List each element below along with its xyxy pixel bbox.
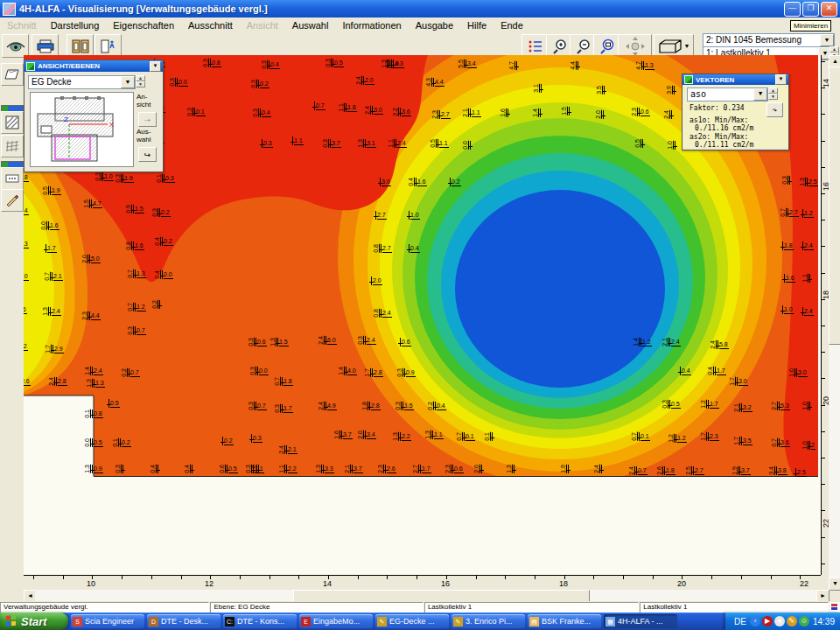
minimize-button[interactable]: —	[784, 2, 801, 17]
task-icon-enrico: ✎	[453, 617, 463, 626]
vector-value-label: 2.61.8	[656, 466, 676, 475]
clock[interactable]: 14:39	[813, 617, 835, 626]
vector-value-label: 0.2	[151, 300, 161, 309]
restore-button[interactable]: ❐	[802, 2, 819, 17]
task-egdecke[interactable]: ✎EG-Decke ...	[375, 614, 449, 628]
vektoren-panel-titlebar[interactable]: VEKTOREN ▼	[682, 74, 788, 85]
spinner-down-icon[interactable]: ▼	[768, 94, 778, 100]
sketch-button[interactable]	[1, 189, 24, 212]
pan-button[interactable]	[618, 34, 652, 58]
view-3d-dropdown[interactable]: ▼	[684, 43, 690, 49]
vector-value-label: 3.43.8	[768, 466, 788, 475]
vector-type-combo[interactable]: aso ▼	[687, 88, 768, 102]
zoom-window-button[interactable]	[593, 34, 620, 58]
menu-auswahl[interactable]: Auswahl	[285, 19, 336, 32]
print-button[interactable]	[32, 34, 59, 58]
ebene-spinner[interactable]: ▲ ▼	[136, 75, 145, 88]
task-icon-scia: S	[73, 617, 82, 626]
menu-ausschnitt[interactable]: Ausschnitt	[181, 19, 240, 32]
y-axis-tick	[822, 61, 825, 62]
vscroll-thumb[interactable]	[829, 66, 840, 345]
menu-ende[interactable]: Ende	[494, 19, 530, 32]
vector-value-label: 0.10.2	[112, 438, 131, 447]
brush-icon[interactable]: ✎	[787, 616, 797, 626]
exit-button[interactable]	[94, 34, 122, 58]
vector-value-label: 5.53.4	[458, 60, 477, 68]
vektoren-panel-collapse-icon[interactable]: ▼	[775, 74, 787, 85]
dimension-button[interactable]	[1, 167, 24, 190]
x-axis-tick	[387, 576, 388, 579]
hatch-fill-button[interactable]	[1, 111, 24, 134]
menu-bar: SchnittDarstellungEigenschaftenAusschnit…	[0, 18, 840, 33]
vector-type-combo-arrow[interactable]: ▼	[753, 88, 767, 101]
menu-hilfe[interactable]: Hilfe	[460, 19, 494, 32]
task-scia[interactable]: SScia Engineer	[71, 614, 144, 628]
vector-value-label: 1.02	[802, 441, 816, 450]
vektoren-panel[interactable]: VEKTOREN ▼ aso ▼ ▲ ▼ Faktor: 0.234 ↷ as1…	[682, 74, 789, 150]
spinner-up-icon[interactable]: ▲	[768, 88, 778, 94]
legend-list-button[interactable]	[522, 34, 549, 58]
task-eingabe[interactable]: EEingabeMo...	[299, 614, 373, 628]
start-button[interactable]: Start	[0, 612, 68, 630]
menu-ausgabe[interactable]: Ausgabe	[409, 19, 460, 32]
ansicht-ebenen-panel[interactable]: ANSICHT/EBENEN ▼ EG Decke ▼ ▲ ▼	[24, 60, 164, 172]
y-axis-tick	[822, 220, 825, 220]
menu-eigenschaften[interactable]: Eigenschaften	[106, 19, 181, 32]
vscroll-down-button[interactable]: ▼	[829, 578, 840, 591]
plan-thumbnail[interactable]: X Z	[30, 92, 134, 167]
messenger-icon[interactable]: ☺	[799, 616, 809, 626]
spinner-down-icon[interactable]: ▼	[136, 81, 145, 88]
ansicht-panel-collapse-icon[interactable]: ▼	[150, 61, 161, 72]
vector-value-label: 1.82.8	[361, 402, 381, 410]
bemessung-combo-arrow[interactable]: ▼	[820, 34, 834, 46]
ebene-combo-value: EG Decke	[32, 77, 72, 87]
ebene-combo[interactable]: EG Decke ▼	[28, 75, 136, 89]
task-bsk[interactable]: ▤BSK Franke...	[528, 614, 601, 628]
plane-3d-button[interactable]	[1, 63, 24, 86]
menu-darstellung[interactable]: Darstellung	[44, 19, 107, 32]
compare-windows-button[interactable]	[66, 34, 94, 58]
language-back-icon[interactable]: ‹	[750, 616, 760, 626]
vector-value-label: 0.0	[462, 141, 472, 150]
mesh-button[interactable]	[1, 135, 24, 158]
ebene-combo-arrow[interactable]: ▼	[121, 76, 135, 88]
x-axis	[24, 575, 821, 576]
vector-value-label: 2.03.4	[357, 430, 376, 439]
view-eye-button[interactable]	[2, 34, 29, 58]
x-axis-tick	[270, 576, 270, 579]
task-enrico[interactable]: ✎3. Enrico Pi...	[452, 614, 525, 628]
ansicht-apply-button[interactable]: ⇢	[138, 112, 157, 127]
spinner-up-icon[interactable]: ▲	[136, 75, 145, 81]
y-axis-tick	[822, 352, 825, 353]
cd-icon[interactable]: ●	[774, 616, 785, 626]
vector-value-label: 0.3	[250, 434, 262, 443]
auswahl-label: Aus- wahl	[136, 128, 150, 144]
x-axis-tick	[298, 576, 299, 579]
vector-value-label: 2.12.4	[662, 338, 681, 346]
vector-value-label: 0.7	[313, 102, 326, 110]
language-indicator[interactable]: DE	[734, 617, 746, 626]
auswahl-apply-button[interactable]: ↪	[138, 147, 157, 162]
task-alfa[interactable]: ▦4H-ALFA - ...	[604, 614, 677, 628]
vector-type-spinner[interactable]: ▲ ▼	[768, 88, 778, 100]
spinner-up-icon[interactable]: ▲	[830, 46, 839, 52]
vector-value-label: 2.44.9	[318, 402, 337, 410]
vector-value-label: 0.41.7	[707, 367, 726, 375]
vector-value-label: 0.70.1	[456, 432, 475, 441]
menu-ansicht: Ansicht	[240, 19, 285, 32]
vector-value-label: 1.0	[408, 211, 420, 220]
vector-value-label: 3.0	[379, 178, 391, 186]
view-3d-button[interactable]: ▼	[654, 34, 694, 58]
bemessung-combo[interactable]: 2: DIN 1045 Bemessung ▼	[703, 33, 835, 47]
application-window: 4H-ALFA - Visualisierung [Verwaltungsgeb…	[0, 0, 840, 630]
task-label: 4H-ALFA - ...	[618, 617, 663, 626]
task-dte1[interactable]: DDTE - Desk...	[147, 614, 220, 628]
exit-door-icon	[100, 39, 117, 53]
ansicht-panel-titlebar[interactable]: ANSICHT/EBENEN ▼	[24, 60, 163, 72]
x-axis-tick	[122, 576, 122, 579]
task-dte2[interactable]: C:DTE - Kons...	[223, 614, 297, 628]
media-icon[interactable]: ▶	[762, 616, 773, 626]
close-button[interactable]: ✕	[821, 2, 837, 17]
refresh-button[interactable]: ↷	[766, 102, 783, 117]
menu-informationen[interactable]: Informationen	[335, 19, 408, 32]
